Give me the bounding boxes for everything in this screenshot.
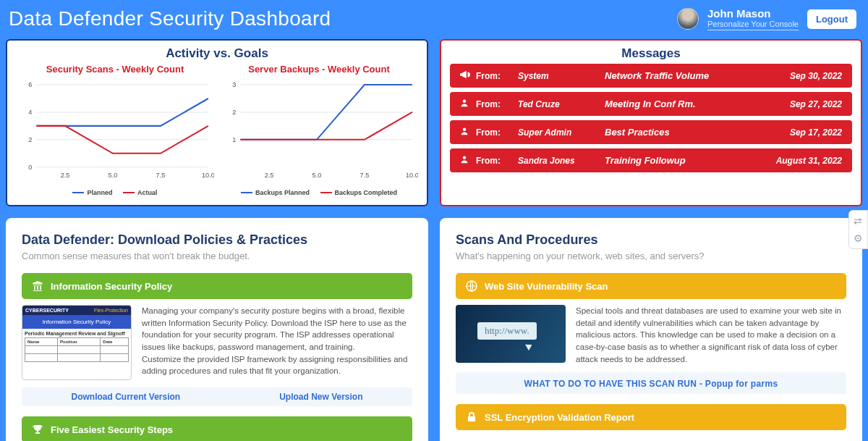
message-row[interactable]: From:Sandra JonesTraining FollowupAugust… xyxy=(450,148,852,172)
svg-text:3: 3 xyxy=(232,81,236,88)
side-toolbar: ⇄ ⚙ xyxy=(848,210,868,249)
message-date: Sep 17, 2022 xyxy=(790,127,842,138)
ssl-band[interactable]: SSL Encryption Validation Report xyxy=(456,404,846,430)
message-row[interactable]: From:Super AdminBest PracticesSep 17, 20… xyxy=(450,120,852,144)
message-row[interactable]: From:Ted CruzeMeeting In Conf Rm.Sep 27,… xyxy=(450,92,852,116)
policies-panel: Data Defender: Download Policies & Pract… xyxy=(6,218,428,441)
from-label: From: xyxy=(476,99,518,109)
from-label: From: xyxy=(476,71,518,81)
institution-icon xyxy=(32,280,43,292)
user-name[interactable]: John Mason xyxy=(707,7,799,20)
isp-band[interactable]: Information Security Policy xyxy=(22,273,412,299)
tool-shuffle-icon[interactable]: ⇄ xyxy=(854,215,863,227)
five-steps-band[interactable]: Five Easiest Security Steps xyxy=(22,416,412,441)
svg-point-22 xyxy=(463,100,467,104)
svg-text:2.5: 2.5 xyxy=(61,172,70,179)
scans-panel: Scans And Procedures What's happening on… xyxy=(440,218,862,441)
svg-text:0: 0 xyxy=(28,164,32,171)
message-subject: Training Followup xyxy=(605,155,776,166)
avatar[interactable] xyxy=(677,8,699,30)
svg-text:4: 4 xyxy=(28,109,32,116)
message-sender: Ted Cruze xyxy=(518,99,605,109)
from-label: From: xyxy=(476,156,518,166)
scan-description: Special tools and threat databases are u… xyxy=(576,305,846,365)
message-subject: Best Practices xyxy=(605,127,790,138)
activity-card: Activity vs. Goals Security Scans - Week… xyxy=(6,39,428,206)
svg-point-23 xyxy=(463,128,467,132)
globe-icon xyxy=(466,280,477,292)
svg-text:10.0: 10.0 xyxy=(406,172,418,179)
scans-title: Scans And Procedures xyxy=(456,232,846,248)
scan-action-link[interactable]: WHAT TO DO TO HAVE THIS SCAN RUN - Popup… xyxy=(524,379,778,389)
personalize-link[interactable]: Personalize Your Console xyxy=(707,20,799,30)
five-steps-label: Five Easiest Security Steps xyxy=(51,424,173,435)
message-subject: Network Traffic Volume xyxy=(605,70,790,81)
vuln-scan-label: Web Site Vulnerability Scan xyxy=(485,281,608,292)
message-sender: Super Admin xyxy=(518,127,605,138)
policies-title: Data Defender: Download Policies & Pract… xyxy=(22,232,412,248)
chart2-legend: Backups Planned Backups Completed xyxy=(220,188,418,196)
from-label: From: xyxy=(476,127,518,138)
svg-text:2: 2 xyxy=(28,136,32,143)
svg-point-24 xyxy=(463,156,467,160)
svg-text:2.5: 2.5 xyxy=(265,172,274,179)
page-title: Data Defender Security Dashboard xyxy=(9,7,331,30)
scans-subtitle: What's happening on your network, web si… xyxy=(456,251,846,261)
user-icon xyxy=(460,126,476,138)
scan-thumbnail: http://www. xyxy=(456,305,566,363)
svg-text:10.0: 10.0 xyxy=(202,172,214,179)
chart-security-scans: Security Scans - Weekly Count 02462.55.0… xyxy=(16,64,214,196)
isp-thumbnail: CYBERSECURITYFlex-Protection Information… xyxy=(22,305,132,380)
message-row[interactable]: From:SystemNetwork Traffic VolumeSep 30,… xyxy=(450,64,852,88)
policies-subtitle: Common sense measures that won't break t… xyxy=(22,251,412,261)
isp-band-label: Information Security Policy xyxy=(51,281,172,292)
isp-description: Managing your company's security posture… xyxy=(142,305,412,380)
user-icon xyxy=(460,154,476,167)
upload-link[interactable]: Upload New Version xyxy=(279,392,362,402)
message-date: Sep 27, 2022 xyxy=(790,99,842,109)
lock-icon xyxy=(466,411,477,423)
ssl-band-label: SSL Encryption Validation Report xyxy=(485,412,634,423)
messages-card: Messages From:SystemNetwork Traffic Volu… xyxy=(440,39,862,206)
svg-text:2: 2 xyxy=(232,109,236,116)
activity-title: Activity vs. Goals xyxy=(16,46,418,61)
message-date: Sep 30, 2022 xyxy=(790,71,842,81)
message-date: August 31, 2022 xyxy=(776,156,842,166)
svg-text:5.0: 5.0 xyxy=(312,172,322,179)
messages-title: Messages xyxy=(450,46,852,61)
svg-text:7.5: 7.5 xyxy=(360,172,370,179)
chart1-title: Security Scans - Weekly Count xyxy=(16,64,214,75)
download-link[interactable]: Download Current Version xyxy=(71,392,180,402)
trophy-icon xyxy=(32,424,43,435)
svg-text:7.5: 7.5 xyxy=(156,172,166,179)
chart-server-backups: Server Backups - Weekly Count 1232.55.07… xyxy=(220,64,418,196)
message-sender: System xyxy=(518,71,605,81)
message-sender: Sandra Jones xyxy=(518,156,605,166)
isp-links: Download Current Version Upload New Vers… xyxy=(22,387,412,406)
svg-text:6: 6 xyxy=(28,81,32,88)
svg-text:5.0: 5.0 xyxy=(109,172,118,179)
message-subject: Meeting In Conf Rm. xyxy=(605,98,790,109)
bullhorn-icon xyxy=(460,70,476,82)
tool-gear-icon[interactable]: ⚙ xyxy=(854,232,863,244)
user-icon xyxy=(460,98,476,110)
chart1-legend: Planned Actual xyxy=(16,188,214,196)
logout-button[interactable]: Logout xyxy=(807,9,856,29)
chart2-title: Server Backups - Weekly Count xyxy=(220,64,418,75)
svg-text:1: 1 xyxy=(232,136,236,143)
vuln-scan-band[interactable]: Web Site Vulnerability Scan xyxy=(456,273,846,299)
